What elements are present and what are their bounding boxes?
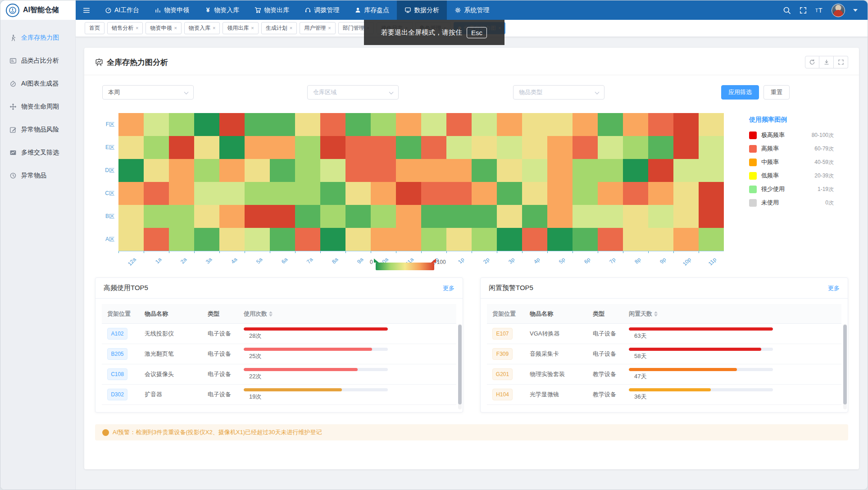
item-type-select[interactable]: 物品类型 [513,85,604,100]
hamburger-icon[interactable] [76,0,97,20]
heatmap-cell [345,205,371,228]
period-select[interactable]: 本周 [102,85,194,100]
sort-caret-icon[interactable] [269,311,273,317]
font-size-icon[interactable]: TT [815,6,823,14]
heatmap-cell [245,159,270,182]
nav-item-2[interactable]: ¥物资入库 [197,0,247,20]
nav-item-3[interactable]: 物资出库 [247,0,297,20]
legend-item: 很少使用1-19次 [749,185,834,193]
sort-caret-icon[interactable] [654,311,658,317]
apply-filter-button[interactable]: 应用筛选 [721,85,759,100]
tab-label: 销售分析 [112,24,133,32]
heatmap-col-label: 4a [219,253,245,271]
heatmap-cell [219,205,245,228]
tab-6[interactable]: 用户管理× [300,22,335,34]
visualmap-slider[interactable]: 0 100 [370,258,446,270]
nav-item-7[interactable]: 系统管理 [447,0,497,20]
heatmap-col-label: 2a [169,253,194,271]
download-button[interactable] [819,56,834,68]
esc-key: Esc [467,27,487,38]
sidebar-item-5[interactable]: 多维交叉筛选 [0,141,75,164]
usage-bar-track [629,348,773,351]
tab-close-icon[interactable]: × [290,26,292,31]
column-header[interactable]: 闲置天数 [629,310,841,318]
sidebar-item-label: 全库存热力图 [21,34,59,42]
sidebar-item-label: 品类占比分析 [21,57,59,65]
heatmap-col-label: 3a [194,253,219,271]
tab-5[interactable]: 生成计划× [261,22,297,34]
table-scrollbar[interactable] [843,324,847,409]
warehouse-area-select[interactable]: 仓库区域 [307,85,399,100]
tab-close-icon[interactable]: × [213,26,215,31]
heatmap-cell [547,159,573,182]
nav-item-1[interactable]: 物资申领 [147,0,197,20]
item-type: 电子设备 [208,370,244,378]
heatmap-cell [497,136,522,159]
sidebar-item-4[interactable]: 异常物品风险 [0,118,75,141]
sidebar-item-2[interactable]: AI图表生成器 [0,72,75,95]
visualmap-gradient-bar[interactable] [376,263,434,270]
sidebar-item-label: AI图表生成器 [21,80,59,88]
usage-bar-track [629,368,773,371]
tab-close-icon[interactable]: × [136,26,138,31]
more-link[interactable]: 更多 [828,284,840,292]
legend-item: 低频率20-39次 [749,172,834,180]
tab-0[interactable]: 首页 [85,22,105,34]
item-name: 音频采集卡 [530,350,593,358]
more-link[interactable]: 更多 [443,284,454,292]
scrollbar-thumb[interactable] [843,325,847,404]
tab-2[interactable]: 物资申领× [145,22,181,34]
tab-1[interactable]: 销售分析× [107,22,143,34]
visualmap-handle-max[interactable] [431,259,436,263]
heatmap-cell [295,159,320,182]
table-scrollbar[interactable] [458,324,462,409]
caret-down-icon[interactable] [853,9,858,12]
sidebar-item-3[interactable]: 物资生命周期 [0,95,75,118]
fullscreen-icon[interactable] [799,6,807,14]
sidebar-item-0[interactable]: 全库存热力图 [0,26,75,49]
heatmap-cell [547,228,573,251]
sidebar-item-1[interactable]: 品类占比分析 [0,49,75,72]
reset-button[interactable]: 重置 [763,85,790,100]
heatmap-cell [472,136,497,159]
table-row: D302扩音器电子设备19次 [102,385,456,405]
nav-item-6[interactable]: 数据分析 [397,0,447,20]
tab-4[interactable]: 领用出库× [223,22,258,34]
column-header: 类型 [208,310,244,318]
app-window: AI智能仓储 AI工作台物资申领¥物资入库物资出库调拨管理库存盘点数据分析系统管… [0,0,868,490]
tab-close-icon[interactable]: × [328,26,331,31]
heatmap-cell [371,136,396,159]
refresh-button[interactable] [805,56,819,68]
heatmap-cell [371,205,396,228]
item-type: 教学设备 [593,370,629,378]
nav-item-0[interactable]: AI工作台 [97,0,147,20]
heatmap-cell [219,182,245,205]
heatmap-cell [497,159,522,182]
sidebar: 全库存热力图品类占比分析AI图表生成器物资生命周期异常物品风险多维交叉筛选异常物… [0,20,76,490]
usage-bar-fill [244,348,372,351]
tab-close-icon[interactable]: × [251,26,254,31]
shelf-location-tag: D302 [107,389,127,400]
id-card-icon [9,57,17,64]
avatar[interactable] [832,4,845,17]
gear-icon [454,7,461,14]
heatmap-cell [673,205,699,228]
heatmap-cell [648,182,673,205]
scrollbar-thumb[interactable] [458,325,462,404]
visualmap-handle-min[interactable] [374,259,379,263]
main-menu: AI工作台物资申领¥物资入库物资出库调拨管理库存盘点数据分析系统管理 [76,0,497,20]
nav-item-4[interactable]: 调拨管理 [297,0,347,20]
heatmap-cell [648,159,673,182]
heatmap-cell [673,228,699,251]
tab-close-icon[interactable]: × [174,26,177,31]
column-header[interactable]: 使用次数 [244,310,456,318]
heatmap-cell [497,113,522,136]
sidebar-item-6[interactable]: 异常物品 [0,164,75,187]
search-icon[interactable] [783,6,791,14]
shelf-location-tag: B205 [107,348,127,360]
heatmap-cell [371,113,396,136]
nav-item-5[interactable]: 库存盘点 [347,0,397,20]
tab-3[interactable]: 物资入库× [184,22,220,34]
heatmap-cell [219,113,245,136]
expand-button[interactable] [834,56,848,68]
